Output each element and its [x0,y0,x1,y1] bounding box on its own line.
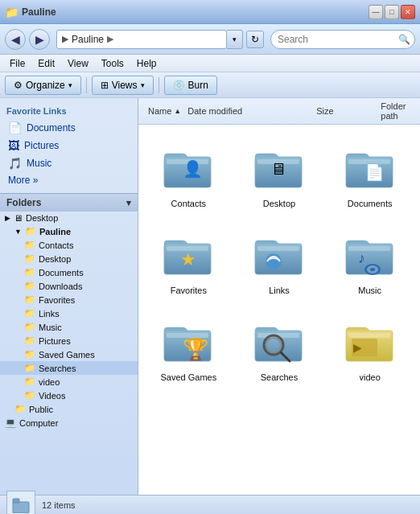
file-icon-favorites: ★ [159,224,217,282]
file-icon-saved_games: 🏆 [159,311,217,369]
address-dropdown[interactable]: ▾ [227,30,243,49]
title-bar-left: 📁 Pauline [5,6,56,19]
file-icon-links [250,224,308,282]
tree-item-desktop[interactable]: 📁 Desktop [0,252,138,265]
content-area: Name ▲ Date modified Size Folder path [138,98,420,495]
file-icon-desktop: 🖥 [250,138,308,195]
tree-expand-pauline: ▼ [14,228,22,236]
organize-dropdown-icon: ▾ [68,81,72,89]
title-bar: 📁 Pauline — □ ✕ [0,0,420,24]
tree-item-music[interactable]: 📁 Music [0,320,138,334]
tree-item-searches[interactable]: 📁 Searches [0,361,138,375]
search-icon: 🔍 [398,34,410,45]
svg-text:👤: 👤 [183,159,203,179]
col-name[interactable]: Name ▲ [145,100,184,122]
content-header: Name ▲ Date modified Size Folder path [138,98,420,125]
folders-header[interactable]: Folders ▾ [0,193,138,212]
file-item-links[interactable]: Links [236,218,323,302]
views-dropdown-icon: ▾ [141,81,145,89]
sidebar-label-music: Music [27,158,51,169]
menu-tools[interactable]: Tools [95,56,130,71]
close-button[interactable]: ✕ [401,5,415,19]
file-item-saved-games[interactable]: 🏆 Saved Games [145,305,233,389]
views-button[interactable]: ⊞ Views ▾ [92,76,154,95]
tree-item-videos[interactable]: 📁 Videos [0,389,138,402]
sidebar-more-button[interactable]: More » [0,172,138,188]
file-item-contacts[interactable]: 👤Contacts [145,131,233,215]
window-controls: — □ ✕ [369,5,415,19]
svg-text:★: ★ [180,249,196,269]
favorite-links-title: Favorite Links [0,103,138,119]
svg-rect-16 [348,246,390,251]
file-icon-documents: 📄 [341,138,399,195]
minimize-button[interactable]: — [369,5,383,19]
pauline-icon: 📁 [25,226,36,236]
svg-text:📄: 📄 [364,162,385,182]
sidebar-item-music[interactable]: 🎵 Music [0,154,138,172]
tree-item-public[interactable]: 📁 Public [0,402,138,416]
svg-text:🏆: 🏆 [183,336,209,362]
sidebar-label-documents: Documents [27,122,76,134]
search-box[interactable]: 🔍 [270,30,415,49]
file-item-video[interactable]: ▶ video [326,305,414,389]
music-tree-icon: 📁 [24,322,35,332]
main-layout: Favorite Links 📄 Documents 🖼 Pictures 🎵 … [0,98,420,495]
menu-view[interactable]: View [61,56,95,71]
organize-icon: ⚙ [14,80,23,91]
menu-edit[interactable]: Edit [31,56,61,71]
toolbar-separator [86,77,87,93]
file-item-name: Favorites [171,286,207,295]
burn-icon: 💿 [173,80,185,91]
file-item-favorites[interactable]: ★Favorites [145,218,233,302]
video-tree-icon: 📁 [24,376,35,387]
tree-item-favorites[interactable]: 📁 Favorites [0,293,138,306]
pictures-icon: 🖼 [8,139,19,152]
desktop-root-icon: 🖥 [14,213,23,223]
col-date[interactable]: Date modified [184,100,313,122]
tree-item-downloads[interactable]: 📁 Downloads [0,279,138,293]
burn-button[interactable]: 💿 Burn [164,76,217,95]
col-path[interactable]: Folder path [377,100,414,122]
tree-item-video[interactable]: 📁 video [0,375,138,389]
sidebar-item-documents[interactable]: 📄 Documents [0,119,138,137]
favorites-tree-icon: 📁 [24,294,35,305]
file-item-documents[interactable]: 📄Documents [326,131,414,215]
organize-button[interactable]: ⚙ Organize ▾ [5,76,81,95]
file-item-searches[interactable]: Searches [236,305,323,389]
col-size[interactable]: Size [313,100,377,122]
search-input[interactable] [278,34,398,45]
refresh-button[interactable]: ↻ [246,31,264,48]
pictures-tree-icon: 📁 [24,335,35,346]
file-item-name: Saved Games [160,372,216,382]
back-button[interactable]: ◀ [5,29,26,50]
more-label: More » [8,175,38,186]
file-item-music[interactable]: ♪ Music [326,218,414,302]
downloads-tree-icon: 📁 [24,281,35,291]
sort-icon: ▲ [174,107,181,115]
menu-file[interactable]: File [3,56,31,71]
tree-item-computer[interactable]: 💻 Computer [0,416,138,430]
folders-collapse-icon: ▾ [126,198,131,208]
music-icon: 🎵 [8,157,22,170]
tree-item-desktop-root[interactable]: ▶ 🖥 Desktop [0,212,138,224]
saved-games-tree-icon: 📁 [24,349,35,360]
tree-item-pictures[interactable]: 📁 Pictures [0,334,138,347]
svg-text:▶: ▶ [353,341,362,354]
file-item-name: Contacts [171,199,206,208]
folder-tree: ▶ 🖥 Desktop ▼ 📁 Pauline 📁 Contacts 📁 Des… [0,212,138,430]
tree-item-links[interactable]: 📁 Links [0,306,138,320]
sidebar-item-pictures[interactable]: 🖼 Pictures [0,137,138,154]
nav-bar: ◀ ▶ ▶ Pauline ▶ ▾ ↻ 🔍 [0,24,420,55]
forward-button[interactable]: ▶ [29,29,50,50]
address-bar[interactable]: ▶ Pauline ▶ [56,30,227,49]
tree-item-contacts[interactable]: 📁 Contacts [0,238,138,252]
file-item-desktop[interactable]: 🖥Desktop [236,131,323,215]
menu-help[interactable]: Help [130,56,163,71]
tree-item-documents[interactable]: 📁 Documents [0,265,138,279]
tree-item-saved-games[interactable]: 📁 Saved Games [0,347,138,361]
tree-item-pauline[interactable]: ▼ 📁 Pauline [0,224,138,238]
file-icon-music: ♪ [341,224,399,282]
tree-expand-desktop: ▶ [5,214,10,222]
maximize-button[interactable]: □ [385,5,399,19]
file-icon-video: ▶ [341,311,399,369]
